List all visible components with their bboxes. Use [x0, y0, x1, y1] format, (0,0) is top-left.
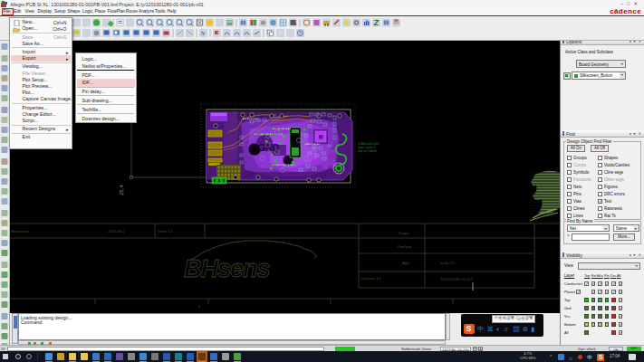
svg-text:Temp 1:1: Temp 1:1	[158, 229, 173, 233]
svg-text:?: ?	[299, 30, 302, 35]
svg-text:imp ctrl 50ohm: imp ctrl 50ohm	[358, 149, 377, 153]
svg-text:BHsens: BHsens	[184, 255, 271, 282]
svg-text:Blockname: Blockname	[11, 229, 30, 233]
svg-text:N: N	[200, 30, 206, 37]
svg-text:App: App	[402, 261, 409, 265]
svg-text:Oversize 1:1: Oversize 1:1	[360, 276, 381, 281]
svg-text:2017-06-1: 2017-06-1	[108, 229, 125, 233]
svg-text:GND: GND	[258, 142, 280, 153]
svg-text:Checked: Checked	[397, 244, 411, 249]
svg-text:Drawn: Drawn	[399, 231, 409, 235]
svg-text:25,4: 25,4	[119, 185, 124, 195]
svg-text:scale 1:1: scale 1:1	[440, 261, 456, 265]
svg-text:1201001280-01-001: 1201001280-01-001	[440, 277, 474, 281]
